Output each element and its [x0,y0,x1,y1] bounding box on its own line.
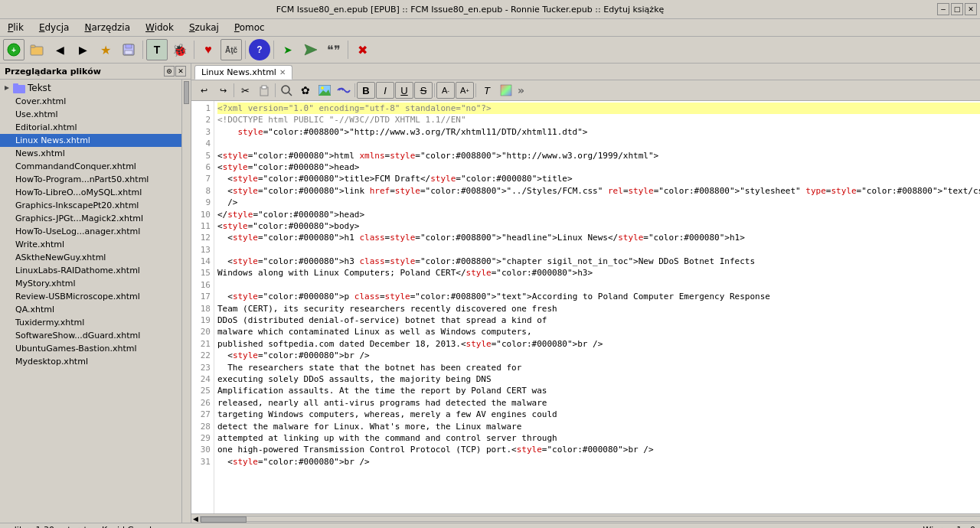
back-nav-btn[interactable]: ◀ [49,39,70,60]
code-line: one high-powered Transmission Control Pr… [217,444,980,455]
editor-toolbar: ↩ ↪ ✂ ✿ B I U S A- A+ [191,80,980,101]
tree-item-file[interactable]: Graphics-JPGt...Magick2.xhtml [0,212,181,225]
tree-item-file[interactable]: CommandandConquer.xhtml [0,160,181,173]
debug-btn[interactable]: 🐞 [169,39,191,60]
window-title: FCM Issue80_en.epub [EPUB] :: FCM Issue8… [3,5,937,15]
minimize-btn[interactable]: − [937,3,949,15]
tree-item-file[interactable]: ASktheNewGuy.xhtml [0,251,181,264]
tree-item-file[interactable]: Write.xhtml [0,238,181,251]
code-line: <style="color:#000080">h1 class=style="c… [217,232,980,243]
font-inc-btn[interactable]: A+ [456,82,474,99]
ed-sep-4 [434,83,435,97]
forward-nav-btn[interactable]: ▶ [72,39,93,60]
tree-item-file[interactable]: UbuntuGames-Bastion.xhtml [0,342,181,355]
menu-widok[interactable]: Widok [141,21,178,34]
tree-item-file[interactable]: Mydesktop.xhtml [0,355,181,368]
bookmark-nav-btn[interactable]: ★ [95,39,116,60]
heart-toolbar-btn[interactable]: ♥ [198,39,219,60]
open-file-btn[interactable] [26,39,47,60]
toolbar-sep-2 [194,41,194,59]
tree-item-file[interactable]: SoftwareShow...dGuard.xhtml [0,329,181,342]
tree-item-file[interactable]: Review-USBMicroscope.xhtml [0,290,181,303]
image-ed-btn[interactable] [315,82,334,99]
tree-item-file[interactable]: QA.xhtml [0,303,181,316]
menu-pomoc[interactable]: Pomoc [230,21,270,34]
editor-hscrollbar[interactable]: ◀ ▶ [191,513,980,523]
main-toolbar: + ◀ ▶ ★ T 🐞 ♥ Āţč ? ➤ ❝❞ ✖ [0,37,980,64]
text-mode-btn[interactable]: T [146,39,168,60]
cut-ed-btn[interactable]: ✂ [236,82,254,99]
svg-point-13 [282,86,289,93]
undo-ed-btn[interactable]: ↩ [194,82,213,99]
svg-rect-12 [262,86,266,89]
tree-item-file[interactable]: MyStory.xhtml [0,277,181,290]
editor-tab-label: Linux News.xhtml [201,67,276,77]
code-line: malware which contaminated Linux as well… [217,326,980,337]
toolbar-sep-3 [245,41,246,59]
code-line: style="color:#008800">"http://www.w3.org… [217,126,980,138]
underline-ed-btn[interactable]: U [395,82,413,99]
tree-item-file[interactable]: HowTo-LibreO...oMySQL.xhtml [0,186,181,199]
paste-ed-btn[interactable] [255,82,273,99]
panel-detach-btn[interactable]: ⊙ [164,66,175,77]
tree-item-file[interactable]: Linux News.xhtml [0,134,181,147]
active-editor-tab[interactable]: Linux News.xhtml ✕ [194,65,292,80]
file-browser-panel: Przeglądarka plików ⊙ ✕ Tekst Cover.xhtm… [0,64,191,523]
panel-close-btn[interactable]: ✕ [175,66,186,77]
file-browser-title: Przeglądarka plików [5,67,101,77]
tree-root-text[interactable]: Tekst [0,81,181,95]
strike-ed-btn[interactable]: S [414,82,433,99]
code-line: <style="color:#000080">html xmlns=style=… [217,150,980,161]
help-toolbar-btn[interactable]: ? [249,39,270,60]
redo-ed-btn[interactable]: ↪ [214,82,232,99]
atc-toolbar-btn[interactable]: Āţč [220,39,242,60]
menu-narzedzia[interactable]: Narzędzia [80,21,135,34]
tree-item-file[interactable]: Use.xhtml [0,108,181,121]
color-btn[interactable] [497,82,515,99]
quote-toolbar-btn[interactable]: ❝❞ [323,39,345,60]
hscroll-left-btn[interactable]: ◀ [193,515,198,523]
status-left: calibre 1.30 autorstwa Kovid Goyal [5,525,152,528]
tree-item-file[interactable]: News.xhtml [0,147,181,160]
italic-ed-btn[interactable]: I [376,82,394,99]
toolbar-sep-5 [348,41,348,59]
flower-ed-btn[interactable]: ✿ [296,82,315,99]
svg-rect-2 [31,47,43,55]
close-toolbar-btn[interactable]: ✖ [351,39,373,60]
tree-item-file[interactable]: LinuxLabs-RAIDathome.xhtml [0,264,181,277]
find-ed-btn[interactable] [277,82,296,99]
tree-item-file[interactable]: HowTo-Program...nPart50.xhtml [0,173,181,186]
menu-edycja[interactable]: Edycja [34,21,74,34]
tree-item-file[interactable]: Cover.xhtml [0,95,181,108]
code-area: 1234567891011121314151617181920212223242… [191,101,980,513]
maximize-btn[interactable]: □ [951,3,963,15]
font-dec-btn[interactable]: A- [436,82,455,99]
code-line: released, nearly all anti-virus programs… [217,397,980,409]
ed-sep-2 [275,83,276,97]
new-book-btn[interactable]: + [3,39,24,60]
svg-rect-6 [125,51,132,54]
send-toolbar-btn[interactable] [300,39,322,60]
close-window-btn[interactable]: ✕ [965,3,977,15]
link-ed-btn[interactable] [335,82,353,99]
text-format-btn[interactable]: T [478,82,496,99]
tree-item-file[interactable]: Graphics-InkscapePt20.xhtml [0,199,181,212]
more-ed-btn[interactable]: » [518,84,524,96]
tree-item-file[interactable]: Editorial.xhtml [0,121,181,134]
svg-rect-5 [126,44,132,48]
code-line: <style="color:#000080">p class=style="co… [217,291,980,302]
close-tab-btn[interactable]: ✕ [279,68,286,77]
toolbar-sep-4 [273,41,274,59]
svg-point-16 [321,86,324,90]
code-line: <style="color:#000080">link href=style="… [217,185,980,197]
bold-ed-btn[interactable]: B [357,82,375,99]
arrow-toolbar-btn[interactable]: ➤ [277,39,299,60]
menu-szukaj[interactable]: Szukaj [185,21,224,34]
tree-item-file[interactable]: HowTo-UseLog...anager.xhtml [0,225,181,238]
file-list: Cover.xhtmlUse.xhtmlEditorial.xhtmlLinux… [0,95,181,368]
tree-item-file[interactable]: Tuxidermy.xhtml [0,316,181,329]
menu-plik[interactable]: Plik [3,21,28,34]
code-editor[interactable]: <?xml version="1.0" encoding="utf-8" sta… [214,101,980,513]
file-tree-scrollbar[interactable] [181,80,191,523]
save-nav-btn[interactable] [118,39,139,60]
